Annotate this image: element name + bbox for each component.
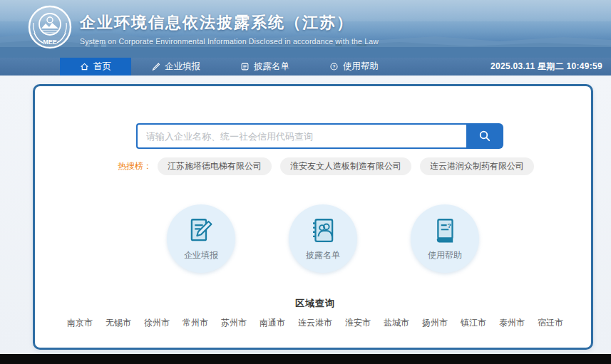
- hot-search-pill[interactable]: 江苏施塔德电梯有限公司: [158, 157, 272, 175]
- home-icon: [80, 62, 89, 71]
- city-link[interactable]: 徐州市: [144, 317, 170, 329]
- pencil-icon: [151, 62, 160, 71]
- header-banner: MEE 企业环境信息依法披露系统（江苏） System on Corporate…: [0, 0, 611, 58]
- card-disclosure-list[interactable]: 披露名单: [289, 204, 357, 273]
- card-label: 使用帮助: [428, 249, 462, 261]
- datetime-display: 2025.03.11 星期二 10:49:59: [491, 58, 602, 76]
- city-link[interactable]: 无锡市: [106, 317, 131, 329]
- nav-item-label: 企业填报: [165, 61, 200, 73]
- card-label: 披露名单: [306, 249, 340, 261]
- site-subtitle: System on Corporate Environmental Inform…: [80, 37, 379, 46]
- card-enterprise-filing[interactable]: 企业填报: [167, 204, 235, 273]
- city-link[interactable]: 常州市: [183, 317, 208, 329]
- svg-text:MEE: MEE: [43, 38, 57, 46]
- help-icon: ?: [329, 62, 339, 71]
- mee-logo-icon: MEE: [27, 4, 73, 50]
- city-link[interactable]: 镇江市: [461, 317, 486, 329]
- city-links-row: 南京市 无锡市 徐州市 常州市 苏州市 南通市 连云港市 淮安市 盐城市 扬州市…: [35, 317, 595, 329]
- city-link[interactable]: 南通市: [260, 317, 285, 329]
- city-link[interactable]: 泰州市: [499, 317, 525, 329]
- search-button[interactable]: [466, 123, 503, 149]
- hot-search-label: 热搜榜：: [118, 160, 152, 172]
- region-query-title: 区域查询: [35, 297, 595, 310]
- nav-item-disclosure-list[interactable]: 披露名单: [220, 58, 309, 76]
- site-title: 企业环境信息依法披露系统（江苏）: [80, 12, 379, 33]
- feature-cards: 企业填报 披露名单 ? 使用帮助: [35, 204, 595, 273]
- hot-search-pill[interactable]: 连云港润众制药有限公司: [420, 157, 534, 175]
- main-navbar: 首页 企业填报 披露名单 ? 使用帮助 2025.03.11 星期二 10:49…: [0, 58, 611, 76]
- city-link[interactable]: 盐城市: [384, 317, 409, 329]
- search-bar: [136, 123, 503, 149]
- help-book-icon: ?: [430, 216, 460, 246]
- list-icon: [240, 62, 250, 71]
- city-link[interactable]: 扬州市: [422, 317, 448, 329]
- city-link[interactable]: 淮安市: [345, 317, 371, 329]
- form-pencil-icon: [186, 216, 216, 246]
- nav-item-help[interactable]: ? 使用帮助: [309, 58, 399, 76]
- nav-item-label: 首页: [93, 61, 111, 73]
- hot-search-pill[interactable]: 淮安友文人造板制造有限公司: [280, 157, 411, 175]
- city-link[interactable]: 苏州市: [221, 317, 247, 329]
- card-help[interactable]: ? 使用帮助: [411, 204, 479, 273]
- city-link[interactable]: 连云港市: [298, 317, 332, 329]
- nav-item-label: 使用帮助: [343, 61, 379, 73]
- search-input[interactable]: [136, 123, 466, 149]
- nav-spacer: [0, 58, 60, 76]
- svg-text:?: ?: [333, 64, 336, 69]
- nav-item-label: 披露名单: [254, 61, 289, 73]
- city-link[interactable]: 宿迁市: [538, 317, 563, 329]
- search-icon: [478, 130, 491, 142]
- card-label: 企业填报: [184, 249, 218, 261]
- hot-search-row: 热搜榜： 江苏施塔德电梯有限公司 淮安友文人造板制造有限公司 连云港润众制药有限…: [118, 157, 543, 175]
- contact-book-icon: [308, 216, 338, 246]
- nav-item-home[interactable]: 首页: [60, 58, 131, 76]
- main-panel: 热搜榜： 江苏施塔德电梯有限公司 淮安友文人造板制造有限公司 连云港润众制药有限…: [33, 84, 593, 350]
- city-link[interactable]: 南京市: [67, 317, 93, 329]
- bottom-bar: [0, 354, 611, 364]
- nav-item-enterprise-filing[interactable]: 企业填报: [131, 58, 220, 76]
- brand: MEE 企业环境信息依法披露系统（江苏） System on Corporate…: [27, 4, 379, 50]
- svg-text:?: ?: [447, 222, 451, 229]
